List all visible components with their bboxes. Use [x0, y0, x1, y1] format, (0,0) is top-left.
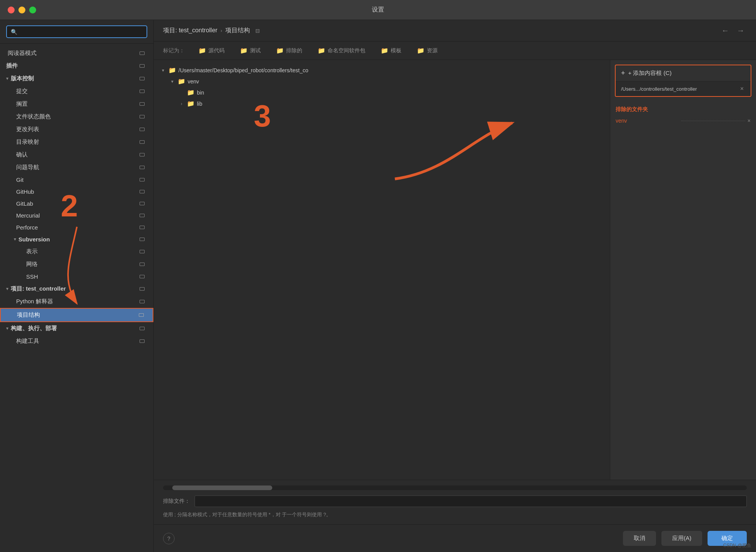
tree-root-label: /Users/master/Desktop/biped_robot/contro…: [178, 67, 604, 73]
root-chevron: ▾: [160, 68, 166, 73]
excluded-folder-icon: 📁: [276, 47, 284, 54]
reader-mode-icon: [138, 51, 146, 56]
tab-excluded-label: 排除的: [286, 47, 302, 54]
shelf-icon: [138, 101, 146, 107]
apply-button[interactable]: 应用(A): [661, 531, 702, 546]
sidebar-group-plugins[interactable]: 插件: [0, 60, 153, 72]
exclude-files-input[interactable]: [195, 495, 747, 507]
add-content-root-button[interactable]: + + 添加内容根 (C): [616, 65, 751, 81]
sidebar-item-gitlab[interactable]: GitLab: [0, 198, 153, 209]
exclude-close-button[interactable]: ×: [748, 118, 751, 124]
sidebar-item-reader-mode[interactable]: 阅读器模式: [0, 47, 153, 60]
sidebar-item-network[interactable]: 网络: [0, 258, 153, 271]
git-icon: [138, 177, 146, 183]
lib-folder-icon: 📁: [187, 100, 195, 107]
resource-folder-icon: 📁: [417, 47, 425, 54]
arrow-3: [154, 60, 610, 480]
nav-forward-button[interactable]: →: [734, 25, 747, 36]
bottom-buttons: ? 取消 应用(A) 确定: [154, 524, 756, 552]
tree-lib-label: lib: [197, 101, 604, 107]
sidebar-group-build[interactable]: ▾ 构建、执行、部署: [0, 322, 153, 335]
ps-icon: [137, 313, 145, 318]
sidebar-group-project[interactable]: ▾ 项目: test_controller: [0, 283, 153, 295]
tab-source[interactable]: 📁 源代码: [195, 45, 228, 56]
window-controls[interactable]: [8, 7, 36, 13]
breadcrumb-sep: ›: [220, 28, 222, 33]
right-panel-top: + + 添加内容根 (C) /Users.../controllers/test…: [615, 65, 751, 97]
venv-folder-icon: 📁: [178, 78, 185, 85]
sidebar-group-version-control[interactable]: ▾ 版本控制: [0, 72, 153, 85]
sidebar-item-perforce[interactable]: Perforce: [0, 221, 153, 233]
search-input[interactable]: [20, 28, 143, 35]
commit-icon: [138, 89, 146, 94]
tab-namespace-package[interactable]: 📁 命名空间软件包: [315, 45, 368, 56]
sidebar-item-change-list[interactable]: 更改列表: [0, 123, 153, 136]
dm-icon: [138, 140, 146, 145]
scrollbar[interactable]: [163, 485, 747, 490]
path-row: /Users.../controllers/test_controller ×: [616, 81, 751, 96]
project-chevron: ▾: [6, 286, 8, 291]
window-title: 设置: [372, 6, 384, 14]
tree-item-root[interactable]: ▾ 📁 /Users/master/Desktop/biped_robot/co…: [154, 65, 610, 76]
sidebar-item-dir-mapping[interactable]: 目录映射: [0, 136, 153, 148]
project-icon: [140, 286, 147, 292]
tree-item-venv[interactable]: ▾ 📁 venv: [154, 76, 610, 87]
content-header: 项目: test_controller › 项目结构 ⊟ ← →: [154, 20, 756, 42]
sidebar-item-python-interpreter[interactable]: Python 解释器: [0, 295, 153, 308]
tabs-label: 标记为：: [163, 47, 185, 54]
exclude-files-row: 排除文件：: [163, 495, 747, 507]
maximize-button[interactable]: [29, 7, 36, 13]
github-icon: [138, 189, 146, 195]
build-chevron: ▾: [6, 326, 8, 331]
sidebar-item-build-tools[interactable]: 构建工具: [0, 335, 153, 347]
sidebar-search-container: 🔍: [0, 20, 153, 44]
tree-item-bin[interactable]: 📁 bin: [154, 87, 610, 98]
search-wrap[interactable]: 🔍: [6, 25, 147, 38]
test-folder-icon: 📁: [240, 47, 248, 54]
page-icon: ⊟: [255, 28, 260, 34]
sidebar-item-project-structure[interactable]: 项目结构: [0, 308, 153, 322]
sidebar-item-mercurial[interactable]: Mercurial: [0, 209, 153, 221]
help-button[interactable]: ?: [163, 533, 175, 544]
in-icon: [138, 165, 146, 170]
network-icon: [138, 262, 146, 267]
sidebar-item-confirm[interactable]: 确认: [0, 148, 153, 161]
tab-resource[interactable]: 📁 资源: [414, 45, 441, 56]
main-layout: 🔍 阅读器模式 插件 ▾ 版本控制 提交: [0, 20, 756, 552]
tab-excluded[interactable]: 📁 排除的: [273, 45, 305, 56]
tabs-bar: 标记为： 📁 源代码 📁 测试 📁 排除的 📁 命名空间软件包 📁 模板: [154, 42, 756, 60]
gitlab-icon: [138, 201, 146, 206]
ssh-icon: [138, 274, 146, 279]
sidebar-item-github[interactable]: GitHub: [0, 186, 153, 198]
minimize-button[interactable]: [18, 7, 25, 13]
exclude-hint: 使用 ; 分隔名称模式，对于任意数量的符号使用 *，对 于一个符号则使用 ?。: [163, 511, 747, 519]
tab-template-label: 模板: [391, 47, 401, 54]
tree-item-lib[interactable]: › 📁 lib: [154, 98, 610, 109]
path-close-button[interactable]: ×: [739, 85, 745, 93]
search-icon: 🔍: [11, 29, 17, 35]
tab-test[interactable]: 📁 测试: [237, 45, 264, 56]
cancel-button[interactable]: 取消: [623, 531, 656, 546]
watermark: CSDN @肥鱼: [723, 542, 751, 549]
sidebar-item-ssh[interactable]: SSH: [0, 271, 153, 283]
sidebar-item-git[interactable]: Git: [0, 174, 153, 186]
close-button[interactable]: [8, 7, 15, 13]
lib-chevron: ›: [178, 101, 185, 106]
sidebar-group-subversion[interactable]: ▾ Subversion: [0, 233, 153, 245]
path-value: /Users.../controllers/test_controller: [621, 86, 739, 92]
add-content-root-label: + 添加内容根 (C): [628, 70, 672, 77]
sidebar-item-file-status-color[interactable]: 文件状态颜色: [0, 110, 153, 123]
display-icon: [138, 249, 146, 254]
tab-ns-label: 命名空间软件包: [328, 47, 365, 54]
content-body: ▾ 📁 /Users/master/Desktop/biped_robot/co…: [154, 60, 756, 480]
titlebar: 设置: [0, 0, 756, 20]
nav-back-button[interactable]: ←: [719, 25, 731, 36]
tab-template[interactable]: 📁 模板: [378, 45, 405, 56]
ns-folder-icon: 📁: [318, 47, 325, 54]
sidebar-item-shelf[interactable]: 搁置: [0, 98, 153, 110]
sidebar-item-issue-nav[interactable]: 问题导航: [0, 161, 153, 174]
sidebar-item-display[interactable]: 表示: [0, 245, 153, 258]
sidebar-scroll: 阅读器模式 插件 ▾ 版本控制 提交 搁置: [0, 44, 153, 552]
plugins-icon: [140, 63, 147, 69]
sidebar-item-commit[interactable]: 提交: [0, 85, 153, 98]
